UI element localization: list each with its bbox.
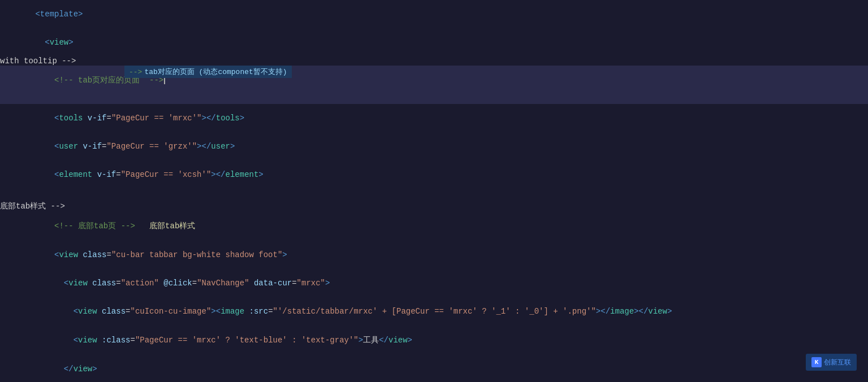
tag-name: view [74,364,93,374]
line-content: <tools v-if="PageCur == 'mrxc'"></tools> [5,105,868,132]
attr-val2: "'/static/tabbar/mrxc' + [PageCur == 'mr… [273,307,596,316]
tag-close: ></ [211,170,225,179]
tag-name: view [78,307,97,316]
logo-icon: K [811,357,822,367]
tag-close: > [359,336,363,345]
tag-close: > [68,38,73,47]
tooltip: --> tab对应的页面 (动态componet暂不支持) [124,66,292,78]
tag-end: > [258,170,263,179]
attr-val: "PageCur == 'xcsh'" [121,170,211,179]
tag-name: element [59,170,92,179]
tooltip-arrow: --> [129,68,142,76]
attr-name: class [92,279,116,288]
code-line: <view class="action" @click="NavChange" … [0,269,868,297]
indent [35,76,54,85]
eq2: = [192,279,197,288]
code-line: <element v-if="PageCur == 'xcsh'"></elem… [0,160,868,189]
tag-name: tools [59,114,83,123]
tag-open: < [74,307,78,316]
tag-open: < [45,38,49,47]
tag-open: < [74,336,78,345]
eq: = [116,279,120,288]
indent [35,250,54,259]
line-content: <view> [5,29,868,56]
code-line: <!-- 底部tab页 --> 底部tab样式 [0,211,868,241]
space [92,170,97,179]
eq: = [106,250,111,259]
attr-bind: :src [249,307,269,316]
tag-name2: image [221,307,244,316]
space [135,222,149,231]
code-line [0,189,868,201]
eq: = [130,336,135,345]
indent [35,114,54,123]
img-end: ></ [634,307,648,316]
attr-val: "PageCur == 'mrxc'" [111,114,202,123]
code-line: <view :class="PageCur == 'mrxc' ? 'text-… [0,325,868,355]
tag-name: template [40,10,78,19]
comment-line: <!-- tab页对应的页面 --> --> tab对应的页面 (动态compo… [0,66,868,104]
attr-name: v-if [88,114,107,123]
tag-name-close: user [211,142,230,151]
attr-name3: data-cur [254,279,292,288]
code-line: <view class="cuIcon-cu-image"><image :sr… [0,297,868,325]
comment: <!-- [54,76,78,85]
line-content: <view :class="PageCur == 'mrxc' ? 'text-… [5,326,868,354]
indent [35,222,54,231]
tag-end: > [325,279,330,288]
code-editor: <template> <view> with tooltip --> <!-- … [0,0,868,382]
tag-end: > [240,114,244,123]
attr-val2: "NavChange" [197,279,249,288]
line-content: <template> [5,1,868,28]
attr-name: class [102,307,126,316]
tag-name: view [68,279,88,288]
code-line: <view> [0,28,868,57]
space3 [249,279,254,288]
tag-name-close: tools [216,114,240,123]
tag-bracket-close: > [78,10,83,19]
indent [35,307,73,316]
tooltip-text: tab对应的页面 (动态componet暂不支持) [144,67,287,77]
tag-name: user [59,142,78,151]
tag-name: view [50,38,69,47]
eq: = [106,114,111,123]
line-content: <user v-if="PageCur == 'grzx'"></user> [5,133,868,160]
close-end: > [92,364,97,374]
tag-close: ></ [197,142,211,151]
attr-name2: @click [163,279,192,288]
code-line: <tools v-if="PageCur == 'mrxc'"></tools> [0,104,868,132]
line-content [5,190,868,199]
attr-name: v-if [83,142,102,151]
indent [35,142,54,151]
attr-val3: "mrxc" [297,279,325,288]
attr-val: "cuIcon-cu-image" [130,307,211,316]
code-line: </view> [0,355,868,382]
line-content: <view class="cuIcon-cu-image"><image :sr… [5,298,868,325]
eq3: = [292,279,296,288]
attr-bind: :class [102,336,130,345]
tag-end: > [282,250,287,259]
close-tag: </ [379,336,388,345]
view-close: view [648,307,667,316]
tag-name-close: element [226,170,259,179]
tag-end: > [230,142,235,151]
comment: <!-- 底部tab页 --> [54,222,135,231]
close-end: > [408,336,412,345]
space [83,114,87,123]
tag-open: < [64,279,68,288]
tag-name: view [78,336,97,345]
attr-val: "PageCur == 'grzx'" [106,142,197,151]
attr-val: "action" [121,279,159,288]
indent [35,364,63,374]
indent [35,279,63,288]
chinese-text: 工具 [363,336,379,345]
code-line: <view class="cu-bar tabbar bg-white shad… [0,241,868,269]
watermark-text: 创新互联 [824,358,851,367]
line-content: <!-- 底部tab页 --> 底部tab样式 [5,212,868,240]
space [88,279,92,288]
space [97,307,102,316]
view-end: > [667,307,672,316]
indent [35,38,45,47]
code-line: <user v-if="PageCur == 'grzx'"></user> [0,132,868,160]
close-name: view [388,336,408,345]
